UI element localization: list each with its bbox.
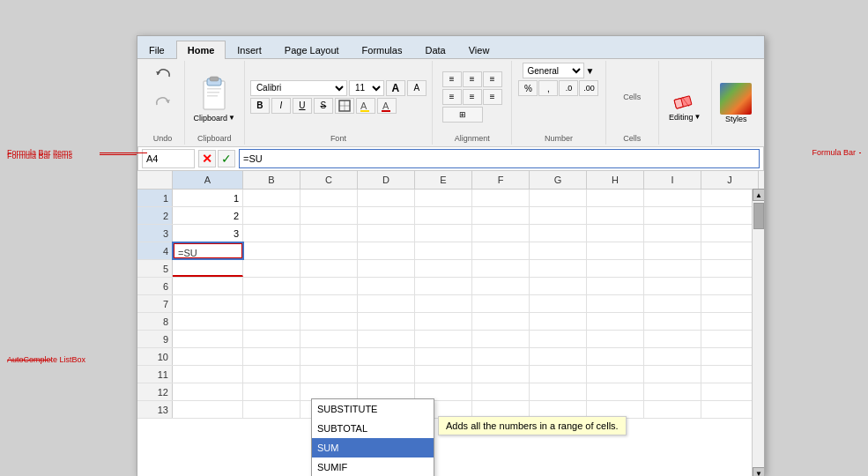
cell-I3[interactable] (644, 225, 701, 242)
cell-H7[interactable] (587, 295, 644, 312)
cell-B7[interactable] (243, 295, 300, 312)
cell-I13[interactable] (644, 401, 701, 418)
name-box[interactable] (142, 149, 195, 168)
align-right-button[interactable]: ≡ (483, 89, 502, 105)
undo-button[interactable] (151, 63, 175, 87)
increase-decimal-button[interactable]: .0 (559, 80, 578, 96)
cell-F11[interactable] (472, 366, 530, 383)
cell-F8[interactable] (472, 313, 530, 330)
cell-C10[interactable] (300, 348, 358, 365)
cell-I9[interactable] (644, 331, 701, 347)
cell-D9[interactable] (358, 331, 415, 347)
cell-C6[interactable] (300, 278, 358, 294)
col-header-G[interactable]: G (530, 171, 587, 189)
autocomplete-list[interactable]: SUBSTITUTE SUBTOTAL SUM SUMIF SUMIFS SUM… (311, 398, 434, 476)
cell-A5[interactable] (173, 260, 243, 277)
align-left-button[interactable]: ≡ (442, 89, 462, 105)
cell-F6[interactable] (472, 278, 530, 294)
italic-button[interactable]: I (271, 98, 291, 114)
decrease-decimal-button[interactable]: .00 (579, 80, 598, 96)
cell-D11[interactable] (358, 366, 415, 383)
cell-G9[interactable] (530, 331, 587, 347)
cell-D10[interactable] (358, 348, 415, 365)
percent-button[interactable]: % (518, 80, 538, 96)
autocomplete-item-sumif[interactable]: SUMIF (312, 457, 434, 476)
increase-font-button[interactable]: A (386, 80, 405, 96)
cell-G8[interactable] (530, 313, 587, 330)
cell-E9[interactable] (415, 331, 472, 347)
cell-I10[interactable] (644, 348, 701, 365)
clipboard-button[interactable]: Clipboard ▼ (192, 70, 237, 124)
cell-A6[interactable] (173, 278, 243, 294)
tab-formulas[interactable]: Formulas (351, 41, 414, 59)
cell-H6[interactable] (587, 278, 644, 294)
align-top-left-button[interactable]: ≡ (442, 71, 462, 87)
autocomplete-item-substitute[interactable]: SUBSTITUTE (312, 399, 434, 419)
col-header-F[interactable]: F (472, 171, 530, 189)
cell-A11[interactable] (173, 366, 243, 383)
cell-E7[interactable] (415, 295, 472, 312)
autocomplete-item-sum[interactable]: SUM (312, 438, 434, 457)
confirm-button[interactable]: ✓ (218, 150, 235, 167)
vertical-scrollbar[interactable]: ▲ ▼ (752, 189, 764, 476)
cell-B6[interactable] (243, 278, 300, 294)
cell-B1[interactable] (243, 190, 300, 206)
cell-H4[interactable] (587, 242, 644, 259)
tab-insert[interactable]: Insert (226, 41, 273, 59)
cell-F9[interactable] (472, 331, 530, 347)
col-header-E[interactable]: E (415, 171, 472, 189)
col-header-J[interactable]: J (701, 171, 759, 189)
border-button[interactable] (335, 98, 354, 114)
cell-I7[interactable] (644, 295, 701, 312)
cell-A2[interactable]: 2 (173, 207, 243, 224)
tab-home[interactable]: Home (176, 41, 226, 59)
cell-C7[interactable] (300, 295, 358, 312)
cell-J8[interactable] (701, 313, 759, 330)
cell-H11[interactable] (587, 366, 644, 383)
cell-E4[interactable] (415, 242, 472, 259)
number-format-select[interactable]: General (523, 63, 584, 78)
cell-B11[interactable] (243, 366, 300, 383)
tab-data[interactable]: Data (413, 41, 456, 59)
cell-C1[interactable] (300, 190, 358, 206)
cell-F7[interactable] (472, 295, 530, 312)
cell-D6[interactable] (358, 278, 415, 294)
cell-G2[interactable] (530, 207, 587, 224)
col-header-I[interactable]: I (644, 171, 701, 189)
cell-G3[interactable] (530, 225, 587, 242)
cell-J3[interactable] (701, 225, 759, 242)
cell-A9[interactable] (173, 331, 243, 347)
col-header-K[interactable]: K (759, 171, 764, 189)
align-top-right-button[interactable]: ≡ (483, 71, 502, 87)
cell-E11[interactable] (415, 366, 472, 383)
cell-C8[interactable] (300, 313, 358, 330)
bold-button[interactable]: B (250, 98, 270, 114)
formula-input[interactable] (239, 149, 760, 168)
cell-F10[interactable] (472, 348, 530, 365)
cell-J12[interactable] (701, 383, 759, 400)
cell-I2[interactable] (644, 207, 701, 224)
col-header-H[interactable]: H (587, 171, 644, 189)
cell-C5[interactable] (300, 260, 358, 277)
cell-B3[interactable] (243, 225, 300, 242)
cell-G11[interactable] (530, 366, 587, 383)
cell-B13[interactable] (243, 401, 300, 418)
align-center-button[interactable]: ≡ (463, 89, 482, 105)
cell-G1[interactable] (530, 190, 587, 206)
font-size-select[interactable]: 11 (349, 80, 384, 96)
font-color-button[interactable]: A (377, 98, 397, 114)
cell-J1[interactable] (701, 190, 759, 206)
cell-F1[interactable] (472, 190, 530, 206)
fill-color-button[interactable]: A (356, 98, 375, 114)
cell-I6[interactable] (644, 278, 701, 294)
cell-D3[interactable] (358, 225, 415, 242)
cell-A12[interactable] (173, 383, 243, 400)
cell-B10[interactable] (243, 348, 300, 365)
cell-G7[interactable] (530, 295, 587, 312)
col-header-B[interactable]: B (243, 171, 300, 189)
cell-B2[interactable] (243, 207, 300, 224)
cell-F3[interactable] (472, 225, 530, 242)
cell-F2[interactable] (472, 207, 530, 224)
cell-D4[interactable] (358, 242, 415, 259)
cell-E5[interactable] (415, 260, 472, 277)
